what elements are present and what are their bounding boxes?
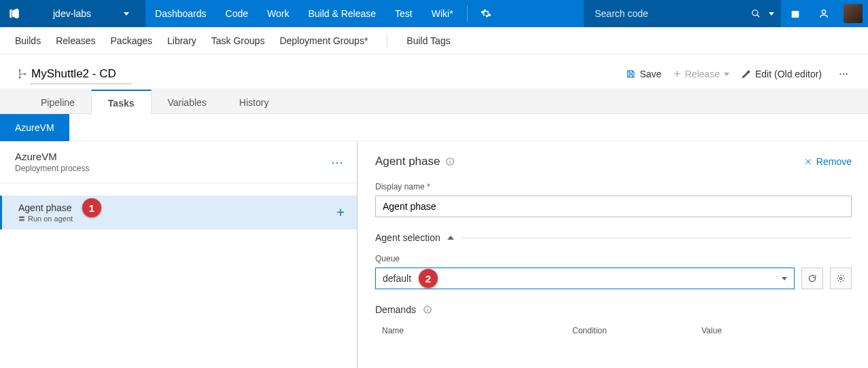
environment-header[interactable]: AzureVM Deployment process ⋯ — [0, 141, 357, 183]
phase-subtitle: Run on agent — [18, 215, 73, 223]
gear-icon — [836, 274, 846, 283]
chevron-down-icon — [782, 277, 787, 280]
environment-more[interactable]: ⋯ — [331, 155, 345, 170]
more-actions[interactable]: ⋯ — [834, 69, 853, 79]
divider — [461, 238, 852, 238]
search-icon — [751, 9, 761, 18]
info-icon[interactable] — [445, 157, 455, 166]
release-label: Release — [685, 69, 720, 79]
queue-label: Queue — [375, 254, 852, 263]
queue-settings-button[interactable] — [830, 268, 852, 289]
phase-row-agent[interactable]: Agent phase Run on agent + 1 — [0, 196, 357, 229]
vsts-logo[interactable] — [0, 0, 29, 27]
notifications-button[interactable] — [810, 0, 838, 27]
display-name-input[interactable] — [375, 196, 852, 217]
info-icon[interactable] — [423, 305, 432, 314]
col-condition: Condition — [572, 326, 674, 335]
close-icon — [804, 158, 812, 166]
save-icon — [626, 69, 636, 79]
subnav-build-tags[interactable]: Build Tags — [406, 35, 450, 46]
environment-name: AzureVM — [15, 151, 89, 162]
svg-rect-8 — [19, 219, 24, 221]
demands-section: Demands — [375, 304, 852, 315]
queue-row: default 2 — [375, 268, 852, 289]
agent-selection-label: Agent selection — [375, 232, 440, 243]
svg-point-0 — [752, 10, 758, 16]
environment-subtitle: Deployment process — [15, 164, 89, 173]
hub-nav: Builds Releases Packages Library Task Gr… — [0, 27, 868, 54]
tab-pipeline[interactable]: Pipeline — [24, 90, 91, 113]
callout-badge-1: 1 — [82, 198, 101, 217]
search-input[interactable] — [595, 8, 731, 19]
gear-icon — [481, 8, 491, 19]
title-actions: Save + Release Edit (Old editor) ⋯ — [626, 69, 853, 79]
display-name-label: Display name * — [375, 182, 852, 191]
release-definition-name[interactable] — [30, 65, 132, 84]
separator — [387, 34, 387, 48]
nav-work[interactable]: Work — [258, 0, 298, 27]
save-label: Save — [640, 69, 661, 79]
editor-tabs: Pipeline Tasks Variables History — [0, 88, 868, 114]
demands-table-header: Name Condition Value — [375, 320, 852, 335]
nav-build-release[interactable]: Build & Release — [298, 0, 385, 27]
vsts-logo-icon — [8, 7, 20, 20]
subnav-releases[interactable]: Releases — [56, 35, 95, 46]
subnav-library[interactable]: Library — [167, 35, 196, 46]
tab-tasks[interactable]: Tasks — [91, 90, 152, 114]
refresh-icon — [808, 274, 817, 283]
tab-variables[interactable]: Variables — [152, 90, 223, 113]
save-button[interactable]: Save — [626, 69, 661, 79]
chevron-down-icon — [769, 12, 774, 16]
search-box[interactable] — [584, 0, 781, 27]
person-icon — [818, 8, 829, 19]
nav-dashboards[interactable]: Dashboards — [145, 0, 216, 27]
pencil-icon — [742, 69, 751, 79]
environment-tab[interactable]: AzureVM — [0, 114, 69, 141]
subnav-builds[interactable]: Builds — [15, 35, 41, 46]
col-value: Value — [701, 326, 769, 335]
callout-badge-2: 2 — [419, 269, 438, 288]
top-bar: jdev-labs Dashboards Code Work Build & R… — [0, 0, 868, 27]
add-task-button[interactable]: + — [336, 205, 345, 221]
nav-test[interactable]: Test — [385, 0, 422, 27]
subnav-task-groups[interactable]: Task Groups — [211, 35, 265, 46]
server-icon — [18, 215, 25, 222]
refresh-queue-button[interactable] — [801, 268, 823, 289]
settings-button[interactable] — [472, 0, 500, 27]
queue-select[interactable]: default — [375, 268, 795, 289]
environment-tab-label: AzureVM — [15, 122, 54, 133]
svg-point-15 — [427, 307, 428, 308]
release-button[interactable]: + Release — [674, 69, 729, 79]
project-switcher[interactable]: jdev-labs — [29, 0, 145, 27]
nav-wiki[interactable]: Wiki* — [422, 0, 463, 27]
svg-rect-7 — [19, 217, 24, 219]
title-row: Save + Release Edit (Old editor) ⋯ — [0, 54, 868, 88]
nav-code[interactable]: Code — [216, 0, 258, 27]
separator — [467, 5, 468, 22]
bag-icon — [790, 8, 801, 19]
svg-rect-2 — [792, 11, 799, 18]
environment-tab-row: AzureVM — [0, 114, 868, 141]
remove-phase-button[interactable]: Remove — [804, 156, 852, 167]
queue-value: default — [383, 273, 411, 284]
chevron-up-icon — [447, 236, 454, 240]
project-name: jdev-labs — [53, 8, 91, 19]
phase-details-pane: Agent phase Remove Display name * Agent … — [358, 141, 868, 368]
col-name: Name — [382, 326, 545, 335]
svg-point-5 — [19, 77, 21, 79]
chevron-down-icon — [724, 73, 729, 76]
demands-label: Demands — [375, 304, 416, 315]
edit-label: Edit (Old editor) — [755, 69, 822, 79]
user-avatar[interactable] — [844, 4, 863, 23]
subnav-deployment-groups[interactable]: Deployment Groups* — [279, 35, 368, 46]
pipeline-icon — [15, 69, 30, 79]
subnav-packages[interactable]: Packages — [111, 35, 152, 46]
edit-old-button[interactable]: Edit (Old editor) — [742, 69, 822, 79]
chevron-down-icon — [124, 12, 129, 16]
tab-history[interactable]: History — [223, 90, 285, 113]
plus-icon: + — [674, 69, 681, 79]
marketplace-button[interactable] — [781, 0, 810, 27]
svg-line-1 — [757, 15, 760, 18]
agent-selection-section[interactable]: Agent selection — [375, 232, 852, 243]
svg-point-3 — [822, 10, 825, 14]
